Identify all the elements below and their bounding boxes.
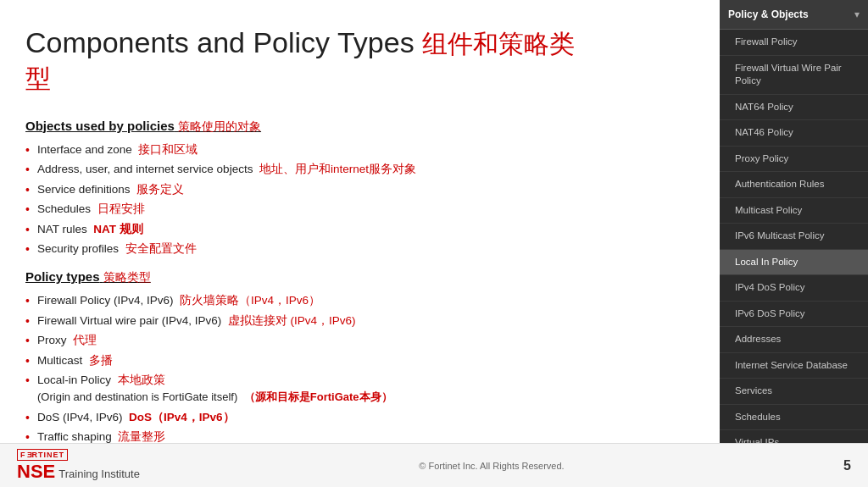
sidebar-item[interactable]: Firewall Policy <box>720 30 868 56</box>
footer: FERTINET NSE Training Institute © Fortin… <box>0 443 868 487</box>
policy-types-section: Policy types 策略类型 Firewall Policy (IPv4,… <box>25 269 585 445</box>
list-item: DoS (IPv4, IPv6) DoS（IPv4，IPv6） <box>25 409 585 426</box>
main-content: Components and Policy Types 组件和策略类型 Obje… <box>0 0 610 487</box>
list-item: NAT rules NAT 规则 <box>25 221 585 238</box>
nse-label: NSE <box>17 461 55 483</box>
sidebar-item[interactable]: NAT46 Policy <box>720 120 868 147</box>
chevron-down-icon: ▾ <box>854 8 860 20</box>
objects-heading-chinese: 策略使用的对象 <box>178 119 261 133</box>
sidebar-item[interactable]: Internet Service Database <box>720 353 868 379</box>
sidebar-item[interactable]: Virtual IPs <box>720 430 868 443</box>
list-item: Interface and zone 接口和区域 <box>25 141 585 158</box>
training-label: Training Institute <box>58 468 140 480</box>
policy-types-heading-chinese: 策略类型 <box>103 270 151 284</box>
list-item: Address, user, and internet service obje… <box>25 161 585 178</box>
list-item: Multicast 多播 <box>25 352 585 369</box>
sidebar-item[interactable]: IPv6 Multicast Policy <box>720 224 868 250</box>
sidebar-header-title: Policy & Objects <box>728 8 809 20</box>
objects-list: Interface and zone 接口和区域 Address, user, … <box>25 141 585 257</box>
sidebar-header: Policy & Objects ▾ <box>720 0 868 30</box>
sidebar-item-local-in-policy[interactable]: Local In Policy <box>720 250 868 276</box>
sidebar-item[interactable]: Schedules <box>720 405 868 431</box>
sidebar-item[interactable]: Services <box>720 379 868 405</box>
sidebar: Policy & Objects ▾ Firewall Policy Firew… <box>720 0 868 443</box>
fortinet-brand: FERTINET <box>17 449 68 461</box>
copyright: © Fortinet Inc. All Rights Reserved. <box>419 461 564 471</box>
page-number: 5 <box>843 458 851 473</box>
list-item: Local-in Policy 本地政策 (Origin and destina… <box>25 372 585 405</box>
list-item: Firewall Policy (IPv4, IPv6) 防火墙策略（IPv4，… <box>25 292 585 309</box>
policy-types-list: Firewall Policy (IPv4, IPv6) 防火墙策略（IPv4，… <box>25 292 585 445</box>
list-item: Security profiles 安全配置文件 <box>25 241 585 257</box>
footer-logo: FERTINET NSE Training Institute <box>17 449 140 483</box>
sidebar-item[interactable]: IPv4 DoS Policy <box>720 275 868 302</box>
title-english: Components and Policy Types <box>25 26 415 58</box>
objects-heading: Objects used by policies 策略使用的对象 <box>25 119 585 135</box>
sidebar-item[interactable]: NAT64 Policy <box>720 95 868 121</box>
sidebar-item[interactable]: Addresses <box>720 327 868 353</box>
list-item: Schedules 日程安排 <box>25 201 585 218</box>
sidebar-item[interactable]: Proxy Policy <box>720 147 868 173</box>
sidebar-item[interactable]: Multicast Policy <box>720 198 868 224</box>
sidebar-item-authentication-rules[interactable]: Authentication Rules <box>720 172 868 198</box>
list-item: Service definitions 服务定义 <box>25 181 585 198</box>
sidebar-item[interactable]: Firewall Virtual Wire Pair Policy <box>720 56 868 95</box>
objects-section: Objects used by policies 策略使用的对象 Interfa… <box>25 119 585 257</box>
sidebar-item[interactable]: IPv6 DoS Policy <box>720 302 868 328</box>
list-item: Proxy 代理 <box>25 332 585 349</box>
list-item: Firewall Virtual wire pair (IPv4, IPv6) … <box>25 313 585 329</box>
page-title: Components and Policy Types 组件和策略类型 <box>25 25 585 95</box>
policy-types-heading: Policy types 策略类型 <box>25 269 585 285</box>
